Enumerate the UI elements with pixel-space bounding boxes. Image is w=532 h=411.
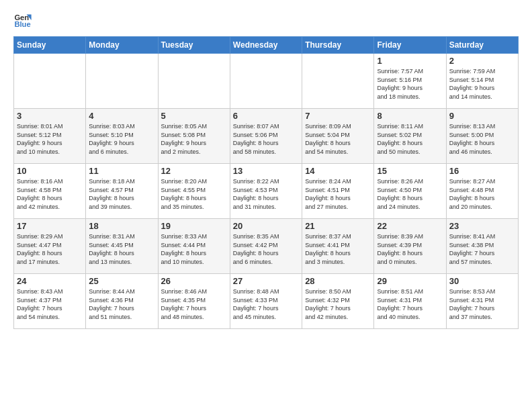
day-number: 28 xyxy=(305,276,371,286)
day-info: Sunrise: 7:59 AM Sunset: 5:14 PM Dayligh… xyxy=(449,67,515,101)
day-info: Sunrise: 8:11 AM Sunset: 5:02 PM Dayligh… xyxy=(377,122,443,156)
day-number: 24 xyxy=(17,276,83,286)
day-cell: 9Sunrise: 8:13 AM Sunset: 5:00 PM Daylig… xyxy=(446,109,518,164)
day-info: Sunrise: 8:48 AM Sunset: 4:33 PM Dayligh… xyxy=(233,287,299,321)
day-cell: 25Sunrise: 8:44 AM Sunset: 4:36 PM Dayli… xyxy=(86,274,158,329)
day-cell: 20Sunrise: 8:35 AM Sunset: 4:42 PM Dayli… xyxy=(230,219,302,274)
day-cell: 14Sunrise: 8:24 AM Sunset: 4:51 PM Dayli… xyxy=(302,164,374,219)
day-number: 17 xyxy=(17,221,83,231)
day-info: Sunrise: 8:51 AM Sunset: 4:31 PM Dayligh… xyxy=(377,287,443,321)
day-cell: 8Sunrise: 8:11 AM Sunset: 5:02 PM Daylig… xyxy=(374,109,446,164)
day-info: Sunrise: 8:33 AM Sunset: 4:44 PM Dayligh… xyxy=(161,232,227,266)
day-cell: 7Sunrise: 8:09 AM Sunset: 5:04 PM Daylig… xyxy=(302,109,374,164)
header: Gen Blue xyxy=(13,11,519,30)
day-cell: 29Sunrise: 8:51 AM Sunset: 4:31 PM Dayli… xyxy=(374,274,446,329)
day-number: 16 xyxy=(449,166,515,176)
day-number: 30 xyxy=(449,276,515,286)
day-info: Sunrise: 8:09 AM Sunset: 5:04 PM Dayligh… xyxy=(305,122,371,156)
day-cell: 28Sunrise: 8:50 AM Sunset: 4:32 PM Dayli… xyxy=(302,274,374,329)
day-cell: 24Sunrise: 8:43 AM Sunset: 4:37 PM Dayli… xyxy=(14,274,86,329)
day-cell: 19Sunrise: 8:33 AM Sunset: 4:44 PM Dayli… xyxy=(158,219,230,274)
day-number: 11 xyxy=(89,166,154,176)
day-info: Sunrise: 8:01 AM Sunset: 5:12 PM Dayligh… xyxy=(17,122,83,156)
day-header-wednesday: Wednesday xyxy=(230,37,302,54)
day-header-tuesday: Tuesday xyxy=(158,37,230,54)
day-cell: 26Sunrise: 8:46 AM Sunset: 4:35 PM Dayli… xyxy=(158,274,230,329)
day-cell: 22Sunrise: 8:39 AM Sunset: 4:39 PM Dayli… xyxy=(374,219,446,274)
day-number: 13 xyxy=(233,166,299,176)
day-info: Sunrise: 8:39 AM Sunset: 4:39 PM Dayligh… xyxy=(377,232,443,266)
day-info: Sunrise: 8:20 AM Sunset: 4:55 PM Dayligh… xyxy=(161,177,227,211)
svg-text:Blue: Blue xyxy=(14,20,30,28)
day-number: 10 xyxy=(17,166,83,176)
day-cell: 11Sunrise: 8:18 AM Sunset: 4:57 PM Dayli… xyxy=(86,164,158,219)
day-number: 15 xyxy=(377,166,443,176)
day-info: Sunrise: 8:24 AM Sunset: 4:51 PM Dayligh… xyxy=(305,177,371,211)
day-info: Sunrise: 8:50 AM Sunset: 4:32 PM Dayligh… xyxy=(305,287,371,321)
day-number: 25 xyxy=(89,276,154,286)
day-number: 2 xyxy=(449,56,515,66)
logo-icon: Gen Blue xyxy=(13,11,32,30)
day-number: 8 xyxy=(377,111,443,121)
day-header-saturday: Saturday xyxy=(446,37,518,54)
week-row-2: 3Sunrise: 8:01 AM Sunset: 5:12 PM Daylig… xyxy=(14,109,519,164)
day-cell xyxy=(86,54,158,109)
calendar-table: SundayMondayTuesdayWednesdayThursdayFrid… xyxy=(13,36,519,329)
day-number: 18 xyxy=(89,221,154,231)
day-cell: 23Sunrise: 8:41 AM Sunset: 4:38 PM Dayli… xyxy=(446,219,518,274)
day-cell: 4Sunrise: 8:03 AM Sunset: 5:10 PM Daylig… xyxy=(86,109,158,164)
header-row: SundayMondayTuesdayWednesdayThursdayFrid… xyxy=(14,37,519,54)
logo: Gen Blue xyxy=(13,11,35,30)
day-number: 20 xyxy=(233,221,299,231)
day-cell: 21Sunrise: 8:37 AM Sunset: 4:41 PM Dayli… xyxy=(302,219,374,274)
day-header-friday: Friday xyxy=(374,37,446,54)
day-number: 23 xyxy=(449,221,515,231)
week-row-3: 10Sunrise: 8:16 AM Sunset: 4:58 PM Dayli… xyxy=(14,164,519,219)
day-number: 26 xyxy=(161,276,227,286)
day-number: 14 xyxy=(305,166,371,176)
day-header-sunday: Sunday xyxy=(14,37,86,54)
day-info: Sunrise: 8:31 AM Sunset: 4:45 PM Dayligh… xyxy=(89,232,154,266)
day-info: Sunrise: 8:29 AM Sunset: 4:47 PM Dayligh… xyxy=(17,232,83,266)
day-cell: 18Sunrise: 8:31 AM Sunset: 4:45 PM Dayli… xyxy=(86,219,158,274)
day-info: Sunrise: 8:18 AM Sunset: 4:57 PM Dayligh… xyxy=(89,177,154,211)
day-number: 1 xyxy=(377,56,443,66)
day-cell: 30Sunrise: 8:53 AM Sunset: 4:31 PM Dayli… xyxy=(446,274,518,329)
day-number: 5 xyxy=(161,111,227,121)
day-number: 12 xyxy=(161,166,227,176)
day-info: Sunrise: 8:53 AM Sunset: 4:31 PM Dayligh… xyxy=(449,287,515,321)
day-cell: 13Sunrise: 8:22 AM Sunset: 4:53 PM Dayli… xyxy=(230,164,302,219)
day-cell: 5Sunrise: 8:05 AM Sunset: 5:08 PM Daylig… xyxy=(158,109,230,164)
day-number: 27 xyxy=(233,276,299,286)
day-info: Sunrise: 8:16 AM Sunset: 4:58 PM Dayligh… xyxy=(17,177,83,211)
day-number: 22 xyxy=(377,221,443,231)
day-info: Sunrise: 8:03 AM Sunset: 5:10 PM Dayligh… xyxy=(89,122,154,156)
day-info: Sunrise: 8:37 AM Sunset: 4:41 PM Dayligh… xyxy=(305,232,371,266)
day-cell: 1Sunrise: 7:57 AM Sunset: 5:16 PM Daylig… xyxy=(374,54,446,109)
day-cell: 10Sunrise: 8:16 AM Sunset: 4:58 PM Dayli… xyxy=(14,164,86,219)
day-cell xyxy=(302,54,374,109)
day-info: Sunrise: 8:22 AM Sunset: 4:53 PM Dayligh… xyxy=(233,177,299,211)
day-number: 29 xyxy=(377,276,443,286)
day-cell: 15Sunrise: 8:26 AM Sunset: 4:50 PM Dayli… xyxy=(374,164,446,219)
day-header-thursday: Thursday xyxy=(302,37,374,54)
day-cell xyxy=(158,54,230,109)
day-number: 21 xyxy=(305,221,371,231)
day-info: Sunrise: 8:43 AM Sunset: 4:37 PM Dayligh… xyxy=(17,287,83,321)
day-number: 3 xyxy=(17,111,83,121)
day-number: 7 xyxy=(305,111,371,121)
day-info: Sunrise: 8:26 AM Sunset: 4:50 PM Dayligh… xyxy=(377,177,443,211)
day-number: 9 xyxy=(449,111,515,121)
day-info: Sunrise: 7:57 AM Sunset: 5:16 PM Dayligh… xyxy=(377,67,443,101)
day-info: Sunrise: 8:13 AM Sunset: 5:00 PM Dayligh… xyxy=(449,122,515,156)
day-number: 19 xyxy=(161,221,227,231)
day-info: Sunrise: 8:41 AM Sunset: 4:38 PM Dayligh… xyxy=(449,232,515,266)
day-cell: 3Sunrise: 8:01 AM Sunset: 5:12 PM Daylig… xyxy=(14,109,86,164)
day-cell: 6Sunrise: 8:07 AM Sunset: 5:06 PM Daylig… xyxy=(230,109,302,164)
day-cell xyxy=(14,54,86,109)
day-number: 6 xyxy=(233,111,299,121)
day-cell xyxy=(230,54,302,109)
day-cell: 12Sunrise: 8:20 AM Sunset: 4:55 PM Dayli… xyxy=(158,164,230,219)
day-cell: 2Sunrise: 7:59 AM Sunset: 5:14 PM Daylig… xyxy=(446,54,518,109)
day-info: Sunrise: 8:44 AM Sunset: 4:36 PM Dayligh… xyxy=(89,287,154,321)
